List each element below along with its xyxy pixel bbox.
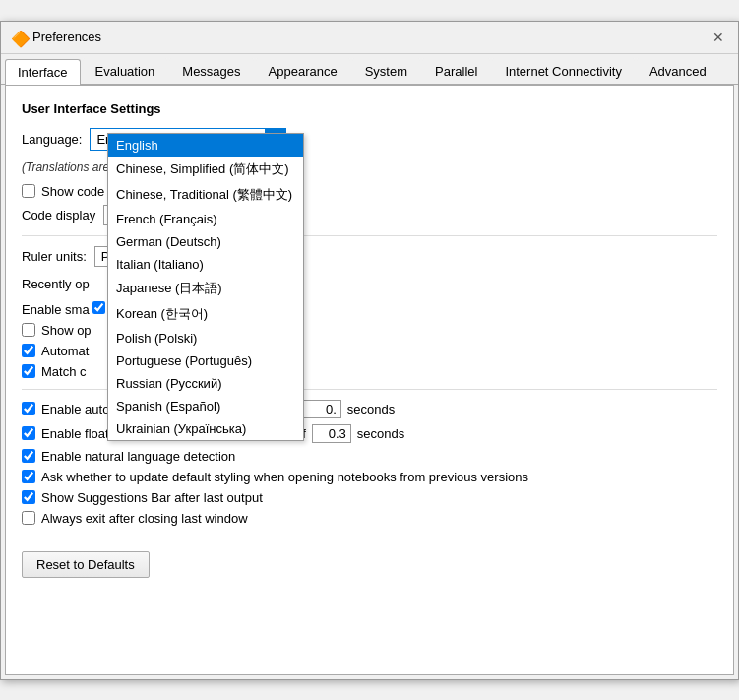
natural-lang-checkbox[interactable] [22, 449, 35, 463]
exit-label: Always exit after closing last window [41, 511, 248, 526]
dropdown-item-japanese[interactable]: Japanese (日本語) [108, 276, 303, 301]
match-c-checkbox[interactable] [22, 364, 35, 378]
dropdown-item-italian[interactable]: Italian (Italiano) [108, 253, 303, 276]
app-icon: 🔶 [11, 30, 27, 45]
when-pasting-checkbox[interactable] [92, 301, 105, 314]
dropdown-item-polish[interactable]: Polish (Polski) [108, 327, 303, 350]
show-code-checkbox[interactable] [22, 184, 35, 198]
autocompletion-checkbox[interactable] [22, 402, 35, 415]
tab-appearance[interactable]: Appearance [256, 58, 350, 84]
update-styling-checkbox[interactable] [22, 470, 35, 483]
update-styling-row: Ask whether to update default styling wh… [22, 470, 717, 484]
show-op-label: Show op [41, 323, 92, 338]
exit-row: Always exit after closing last window [22, 511, 717, 526]
reset-defaults-button[interactable]: Reset to Defaults [22, 551, 150, 578]
tab-internet-connectivity[interactable]: Internet Connectivity [492, 58, 635, 84]
automat-checkbox[interactable] [22, 344, 35, 357]
tab-evaluation[interactable]: Evaluation [83, 58, 168, 84]
automat-label: Automat [41, 344, 89, 358]
suggestions-bar-checkbox[interactable] [22, 490, 35, 504]
tab-system[interactable]: System [352, 58, 420, 84]
code-display-label: Code display [22, 208, 95, 223]
exit-checkbox[interactable] [22, 511, 35, 525]
dropdown-item-german[interactable]: German (Deutsch) [108, 230, 303, 253]
autocompletion-delay-input[interactable] [302, 400, 341, 418]
recently-label: Recently op [22, 277, 90, 291]
tab-bar: Interface Evaluation Messages Appearance… [1, 54, 738, 85]
dropdown-item-french[interactable]: French (Français) [108, 208, 303, 230]
dropdown-item-ukrainian[interactable]: Ukrainian (Українська) [108, 417, 303, 440]
language-dropdown: English Chinese, Simplified (简体中文) Chine… [107, 133, 304, 441]
tab-messages[interactable]: Messages [169, 58, 253, 84]
dropdown-item-english[interactable]: English [108, 134, 303, 157]
autocompletion-seconds-label: seconds [347, 402, 395, 416]
show-op-checkbox[interactable] [22, 323, 35, 337]
preferences-window: 🔶 Preferences ✕ Interface Evaluation Mes… [0, 21, 739, 680]
enable-smart-label: Enable sma [22, 302, 90, 317]
match-c-label: Match c [41, 364, 87, 379]
natural-lang-row: Enable natural language detection [22, 449, 717, 464]
floating-seconds-label: seconds [357, 426, 404, 441]
dropdown-item-korean[interactable]: Korean (한국어) [108, 301, 303, 327]
suggestions-bar-row: Show Suggestions Bar after last output [22, 490, 717, 505]
section-title: User Interface Settings [22, 101, 717, 116]
tab-advanced[interactable]: Advanced [637, 58, 719, 84]
content-area: User Interface Settings Language: Englis… [5, 85, 734, 675]
dropdown-item-chinese-simplified[interactable]: Chinese, Simplified (简体中文) [108, 157, 303, 182]
title-bar: 🔶 Preferences ✕ [1, 22, 738, 54]
window-title: Preferences [32, 30, 101, 44]
dropdown-item-russian[interactable]: Russian (Русский) [108, 372, 303, 395]
floating-checkbox[interactable] [22, 426, 35, 440]
tab-parallel[interactable]: Parallel [422, 58, 490, 84]
floating-delay-input[interactable] [312, 424, 351, 443]
update-styling-label: Ask whether to update default styling wh… [41, 470, 528, 484]
language-label: Language: [22, 132, 82, 147]
ruler-label: Ruler units: [22, 249, 87, 264]
dropdown-item-spanish[interactable]: Spanish (Español) [108, 395, 303, 417]
natural-lang-label: Enable natural language detection [41, 449, 235, 464]
close-button[interactable]: ✕ [708, 28, 728, 47]
dropdown-item-portuguese[interactable]: Portuguese (Português) [108, 350, 303, 372]
tab-interface[interactable]: Interface [5, 59, 81, 85]
suggestions-bar-label: Show Suggestions Bar after last output [41, 490, 263, 505]
dropdown-item-chinese-traditional[interactable]: Chinese, Traditional (繁體中文) [108, 182, 303, 208]
